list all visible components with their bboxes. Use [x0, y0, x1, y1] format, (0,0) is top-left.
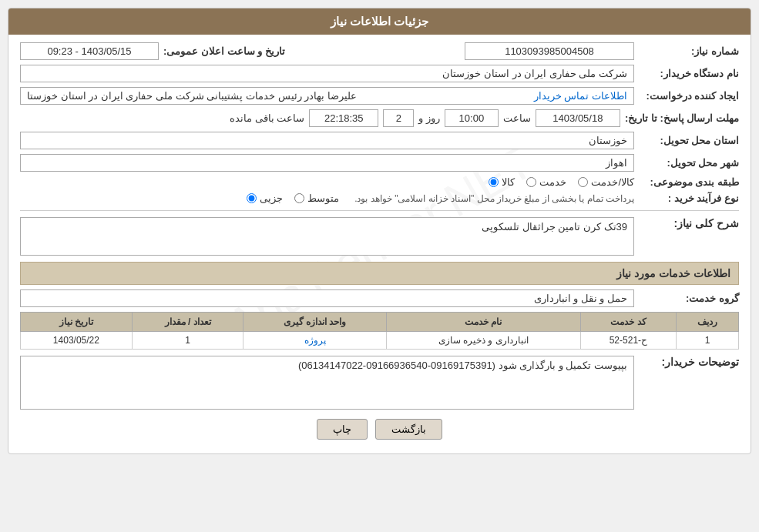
purchase-type-label: نوع فرآیند خرید : — [639, 192, 739, 204]
buyer-notes-label: توضیحات خریدار: — [639, 356, 739, 368]
delivery-city-label: شهر محل تحویل: — [639, 157, 739, 169]
purchase-type-note: پرداخت تمام یا بخشی از مبلغ خریداز محل "… — [354, 193, 634, 204]
deadline-date: 1403/05/18 — [536, 109, 620, 127]
buyer-org-label: نام دستگاه خریدار: — [639, 68, 739, 79]
category-label: طبقه بندی موضوعی: — [639, 176, 739, 188]
category-khadamat-label: خدمت — [539, 176, 566, 188]
buyer-notes-value: بپیوست تکمیل و بارگذاری شود (09169175391… — [20, 356, 634, 410]
page-title: جزئیات اطلاعات نیاز — [8, 8, 751, 35]
cell-code: ح-521-52 — [580, 332, 677, 350]
table-row: 1 ح-521-52 انبارداری و ذخیره سازی پروژه … — [21, 332, 739, 350]
purchase-type-motevaset-option[interactable]: متوسط — [294, 192, 339, 204]
deadline-label: مهلت ارسال پاسخ: تا تاریخ: — [625, 112, 739, 124]
need-desc-label: شرح کلی نیاز: — [639, 217, 739, 229]
col-unit: واحد اندازه گیری — [243, 313, 386, 332]
col-count: تعداد / مقدار — [132, 313, 243, 332]
print-button[interactable]: چاپ — [317, 419, 368, 440]
cell-radif: 1 — [677, 332, 739, 350]
category-kala-radio[interactable] — [489, 177, 499, 187]
creator-link[interactable]: اطلاعات تماس خریدار — [534, 90, 627, 102]
deadline-time: 10:00 — [445, 109, 499, 127]
need-desc-value: 39تک کرن تامین جراثقال تلسکوپی — [20, 217, 634, 256]
purchase-type-jazzi-radio[interactable] — [247, 193, 257, 203]
services-section-label: اطلاعات خدمات مورد نیاز — [20, 262, 739, 285]
deadline-time-label: ساعت — [503, 112, 531, 124]
service-group-value: حمل و نقل و انبارداری — [20, 289, 634, 307]
category-kala-label: کالا — [502, 176, 515, 188]
divider-1 — [20, 210, 739, 211]
deadline-remaining-label: ساعت باقی مانده — [230, 112, 304, 124]
creator-value: علیرضا بهادر رئیس خدمات پشتیبانی شرکت مل… — [27, 90, 357, 102]
category-kala-khadamat-radio[interactable] — [578, 177, 588, 187]
bottom-buttons: بازگشت چاپ — [20, 419, 739, 440]
category-khadamat-radio[interactable] — [526, 177, 536, 187]
category-kala-khadamat-option[interactable]: کالا/خدمت — [578, 176, 634, 188]
col-radif: ردیف — [677, 313, 739, 332]
cell-date: 1403/05/22 — [21, 332, 133, 350]
category-kala-khadamat-label: کالا/خدمت — [591, 176, 634, 188]
service-group-label: گروه خدمت: — [639, 293, 739, 304]
delivery-province-label: استان محل تحویل: — [639, 135, 739, 146]
back-button[interactable]: بازگشت — [375, 419, 442, 440]
announcement-date-value: 1403/05/15 - 09:23 — [20, 42, 159, 60]
col-date: تاریخ نیاز — [21, 313, 133, 332]
purchase-type-jazzi-label: جزیی — [260, 192, 283, 204]
buyer-org-value: شرکت ملی حفاری ایران در استان خوزستان — [20, 65, 634, 82]
creator-label: ایجاد کننده درخواست: — [639, 90, 739, 102]
deadline-remaining: 22:18:35 — [309, 109, 378, 127]
cell-name: انبارداری و ذخیره سازی — [386, 332, 580, 350]
category-kala-option[interactable]: کالا — [489, 176, 515, 188]
purchase-type-motevaset-label: متوسط — [307, 192, 339, 204]
deadline-days-label: روز و — [418, 112, 440, 124]
need-number-value: 1103093985004508 — [465, 42, 634, 60]
col-code: کد خدمت — [580, 313, 677, 332]
need-number-label: شماره نیاز: — [639, 45, 739, 57]
col-name: نام خدمت — [386, 313, 580, 332]
announcement-date-label: تاریخ و ساعت اعلان عمومی: — [163, 45, 285, 57]
cell-count: 1 — [132, 332, 243, 350]
delivery-city-value: اهواز — [20, 154, 634, 172]
category-khadamat-option[interactable]: خدمت — [526, 176, 566, 188]
purchase-type-motevaset-radio[interactable] — [294, 193, 304, 203]
deadline-days: 2 — [383, 109, 414, 127]
services-table: ردیف کد خدمت نام خدمت واحد اندازه گیری ت… — [20, 312, 739, 350]
delivery-province-value: خوزستان — [20, 132, 634, 149]
purchase-type-jazzi-option[interactable]: جزیی — [247, 192, 283, 204]
cell-unit: پروژه — [243, 332, 386, 350]
